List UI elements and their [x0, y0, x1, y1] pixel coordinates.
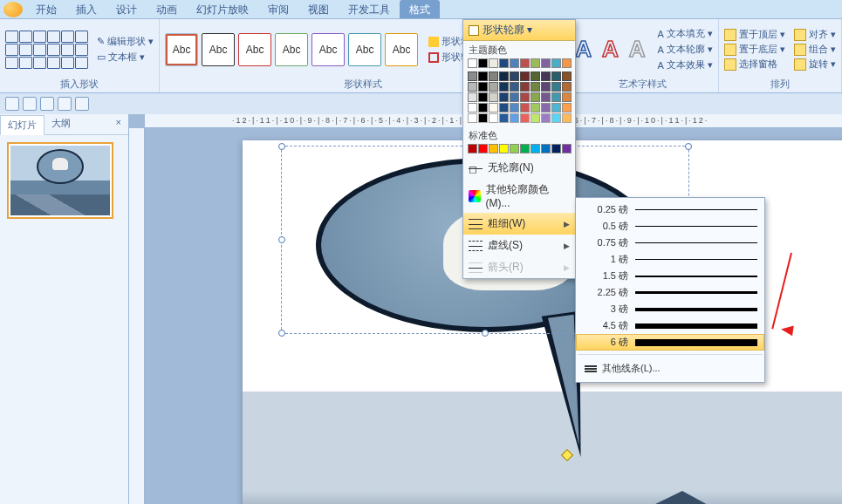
color-swatch[interactable]: [562, 113, 572, 123]
color-swatch[interactable]: [468, 72, 477, 81]
color-swatch[interactable]: [531, 92, 540, 102]
panel-close-icon[interactable]: ×: [109, 114, 128, 134]
qat-save-icon[interactable]: [5, 97, 19, 111]
color-swatch[interactable]: [510, 92, 519, 102]
color-swatch[interactable]: [499, 72, 509, 81]
color-swatch[interactable]: [562, 144, 572, 153]
weight-option[interactable]: 1 磅: [576, 251, 764, 268]
color-swatch[interactable]: [551, 103, 561, 112]
color-swatch[interactable]: [562, 82, 572, 92]
color-swatch[interactable]: [510, 58, 519, 68]
tab-格式[interactable]: 格式: [400, 0, 440, 18]
qat-undo-icon[interactable]: [23, 97, 37, 111]
color-swatch[interactable]: [489, 144, 498, 153]
color-swatch[interactable]: [468, 82, 477, 92]
color-swatch[interactable]: [499, 103, 509, 112]
weight-option[interactable]: 6 磅: [576, 334, 764, 351]
color-swatch[interactable]: [478, 103, 488, 112]
color-swatch[interactable]: [551, 113, 561, 123]
tab-插入[interactable]: 插入: [66, 0, 106, 18]
style-preset[interactable]: Abc: [385, 33, 418, 66]
style-preset[interactable]: Abc: [238, 33, 271, 66]
weight-option[interactable]: 3 磅: [576, 301, 764, 317]
qat-print-icon[interactable]: [58, 97, 72, 111]
color-swatch[interactable]: [551, 92, 561, 102]
color-swatch[interactable]: [520, 144, 530, 153]
edit-shape-button[interactable]: ✎编辑形状 ▾: [97, 35, 154, 48]
color-swatch[interactable]: [499, 58, 509, 68]
weight-option[interactable]: 0.25 磅: [576, 201, 764, 218]
text-effects-button[interactable]: A文本效果 ▾: [657, 58, 712, 72]
style-preset[interactable]: Abc: [348, 33, 381, 66]
color-swatch[interactable]: [489, 72, 498, 81]
color-swatch[interactable]: [478, 144, 488, 153]
color-swatch[interactable]: [541, 103, 551, 112]
color-swatch[interactable]: [510, 144, 519, 153]
group-button[interactable]: 组合 ▾: [794, 43, 836, 56]
color-swatch[interactable]: [541, 82, 551, 92]
weight-item[interactable]: 粗细(W)▶: [463, 213, 575, 235]
text-outline-button[interactable]: A文本轮廓 ▾: [657, 43, 712, 56]
color-swatch[interactable]: [510, 103, 519, 112]
color-swatch[interactable]: [541, 113, 551, 123]
theme-color-grid[interactable]: [463, 58, 575, 72]
color-swatch[interactable]: [541, 92, 551, 102]
color-swatch[interactable]: [478, 92, 488, 102]
weight-option[interactable]: 4.5 磅: [576, 317, 764, 334]
color-swatch[interactable]: [478, 58, 488, 68]
color-swatch[interactable]: [468, 92, 477, 102]
align-button[interactable]: 对齐 ▾: [794, 28, 836, 41]
color-swatch[interactable]: [531, 58, 540, 68]
standard-color-grid[interactable]: [463, 144, 575, 157]
color-swatch[interactable]: [520, 82, 530, 92]
slide-thumbnail[interactable]: [7, 142, 113, 219]
color-swatch[interactable]: [499, 82, 509, 92]
color-swatch[interactable]: [551, 72, 561, 81]
color-swatch[interactable]: [531, 82, 540, 92]
color-swatch[interactable]: [520, 92, 530, 102]
tab-开始[interactable]: 开始: [26, 0, 66, 18]
qat-redo-icon[interactable]: [40, 97, 54, 111]
tab-开发工具[interactable]: 开发工具: [339, 0, 400, 18]
color-swatch[interactable]: [489, 82, 498, 92]
color-swatch[interactable]: [489, 92, 498, 102]
style-preset[interactable]: Abc: [165, 33, 198, 66]
color-swatch[interactable]: [531, 113, 540, 123]
color-swatch[interactable]: [489, 58, 498, 68]
weight-option[interactable]: 1.5 磅: [576, 268, 764, 284]
color-swatch[interactable]: [551, 82, 561, 92]
color-swatch[interactable]: [520, 113, 530, 123]
color-swatch[interactable]: [499, 144, 509, 153]
selection-pane-button[interactable]: 选择窗格: [724, 58, 785, 71]
more-lines-item[interactable]: 其他线条(L)...: [576, 358, 764, 378]
color-swatch[interactable]: [478, 113, 488, 123]
color-swatch[interactable]: [531, 103, 540, 112]
weight-option[interactable]: 0.75 磅: [576, 235, 764, 251]
color-swatch[interactable]: [551, 58, 561, 68]
color-swatch[interactable]: [531, 72, 540, 81]
weight-option[interactable]: 2.25 磅: [576, 284, 764, 301]
no-outline-item[interactable]: ◻无轮廓(N): [463, 157, 575, 179]
color-swatch[interactable]: [520, 103, 530, 112]
tab-幻灯片放映[interactable]: 幻灯片放映: [187, 0, 258, 18]
color-swatch[interactable]: [562, 58, 572, 68]
more-colors-item[interactable]: 其他轮廓颜色(M)...: [463, 179, 575, 213]
color-swatch[interactable]: [562, 92, 572, 102]
weight-option[interactable]: 0.5 磅: [576, 218, 764, 235]
wordart-preset[interactable]: A: [599, 36, 622, 63]
color-swatch[interactable]: [531, 144, 540, 153]
color-swatch[interactable]: [510, 113, 519, 123]
color-swatch[interactable]: [489, 113, 498, 123]
style-preset[interactable]: Abc: [202, 33, 235, 66]
color-swatch[interactable]: [562, 72, 572, 81]
tab-outline[interactable]: 大纲: [44, 114, 78, 134]
color-swatch[interactable]: [541, 72, 551, 81]
tab-slides[interactable]: 幻灯片: [0, 115, 44, 135]
color-swatch[interactable]: [520, 58, 530, 68]
theme-color-tints[interactable]: [463, 72, 575, 126]
dashes-item[interactable]: 虚线(S)▶: [463, 235, 575, 256]
tab-设计[interactable]: 设计: [106, 0, 147, 18]
color-swatch[interactable]: [510, 82, 519, 92]
rotate-button[interactable]: 旋转 ▾: [794, 58, 836, 71]
color-swatch[interactable]: [468, 113, 477, 123]
